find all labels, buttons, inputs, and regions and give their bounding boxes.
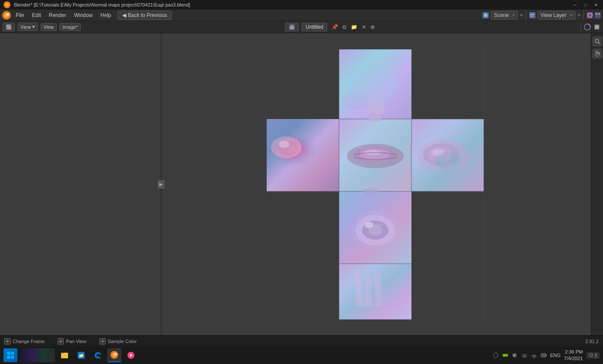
language-indicator[interactable]: ENG	[550, 353, 561, 358]
image-type-selector[interactable]	[285, 23, 299, 31]
image-unpin-button[interactable]: ⊕	[369, 23, 377, 31]
version-number: 2.91.2	[585, 339, 599, 344]
image-settings-icon[interactable]	[593, 24, 600, 31]
taskbar-app-explorer[interactable]: 📁	[74, 348, 88, 362]
blender-taskbar-icon	[110, 350, 119, 359]
view-layer-dropdown[interactable]: View Layer +	[538, 11, 576, 20]
svg-point-4	[7, 13, 9, 16]
taskbar-clock[interactable]: 2:36 PM 7/4/2021	[564, 349, 583, 362]
scene-section: Scene + ✕	[482, 11, 523, 20]
image-editor-icon	[6, 24, 12, 30]
notification-count: 3	[594, 353, 597, 358]
scene-new-icon: +	[512, 13, 515, 17]
menu-window[interactable]: Window	[70, 11, 96, 19]
separator2	[583, 11, 584, 20]
sample-color-label: Sample Color	[108, 339, 137, 344]
svg-rect-19	[290, 27, 294, 29]
right-panel	[591, 33, 603, 335]
svg-rect-86	[503, 354, 508, 357]
image-name: Untitled	[305, 24, 323, 30]
taskbar-app-file-manager[interactable]	[58, 348, 72, 362]
svg-rect-9	[530, 16, 533, 17]
notification-icon: 🗨	[589, 353, 593, 358]
blender-logo	[2, 10, 11, 20]
view-layer-close-icon[interactable]: ✕	[577, 13, 581, 17]
taskbar-app-paint[interactable]	[124, 348, 138, 362]
maximize-button[interactable]: □	[582, 1, 589, 8]
color-space-section	[584, 24, 591, 31]
svg-point-44	[435, 152, 461, 169]
sample-color-icon	[99, 338, 106, 344]
change-frame-icon	[4, 338, 10, 344]
svg-text:📁: 📁	[79, 353, 84, 358]
scene-dropdown[interactable]: Scene +	[491, 11, 518, 20]
svg-rect-14	[598, 13, 600, 15]
minimize-button[interactable]: ─	[572, 1, 579, 8]
close-button[interactable]: ✕	[593, 1, 600, 8]
menu-help[interactable]: Help	[97, 11, 115, 19]
clock-time: 2:36 PM	[564, 349, 583, 355]
pan-view-label: Pan View	[66, 339, 86, 344]
main-area: ▶	[0, 33, 603, 335]
svg-point-6	[484, 14, 487, 17]
svg-point-90	[534, 357, 534, 358]
hand-icon	[594, 51, 600, 57]
image-folder-button[interactable]: 📁	[349, 23, 359, 31]
svg-rect-79	[61, 353, 64, 354]
svg-rect-64	[365, 189, 373, 195]
menu-file[interactable]: File	[12, 11, 27, 19]
image-name-field[interactable]: Untitled	[302, 23, 327, 31]
svg-marker-87	[513, 353, 515, 358]
explorer-icon: 📁	[77, 351, 86, 360]
menu-edit[interactable]: Edit	[28, 11, 45, 19]
circle-dot-icon2	[58, 339, 63, 344]
sample-color-status: Sample Color	[99, 338, 137, 344]
paint-icon	[127, 351, 135, 360]
image-actions: 📌 ⧉ 📁 ✕ ⊕	[330, 23, 377, 31]
svg-point-28	[343, 93, 369, 110]
blender-icon	[3, 1, 10, 8]
scene-close-icon[interactable]: ✕	[520, 13, 523, 17]
scene-name: Scene	[494, 12, 509, 18]
panel-toggle-button[interactable]: ▶	[158, 180, 164, 189]
menu-render[interactable]: Render	[45, 11, 69, 19]
image-toolbar: View ▾ View Image* Untitled 📌 ⧉ 📁 ✕ ⊕	[0, 21, 603, 33]
image-viewer[interactable]	[161, 33, 603, 335]
scene-type-icon	[482, 12, 489, 19]
window-title: Blender* [E:\Tutorials E\My Projects\Nor…	[14, 2, 568, 7]
circle-dot-icon3	[100, 339, 105, 344]
svg-point-66	[595, 39, 599, 43]
battery-icon	[541, 352, 547, 358]
taskbar-app-edge[interactable]	[91, 348, 105, 362]
edge-icon	[93, 351, 102, 360]
taskbar-app-blender[interactable]	[107, 348, 121, 362]
nvidia-icon	[502, 352, 508, 358]
image-pin-button[interactable]: 📌	[330, 23, 340, 31]
svg-point-84	[114, 353, 117, 355]
view2-button[interactable]: View	[41, 23, 57, 31]
render-type-icon	[586, 12, 593, 19]
search-tool-button[interactable]	[593, 37, 602, 46]
speaker-icon	[512, 352, 518, 358]
view2-label: View	[44, 24, 54, 30]
pan-tool-button[interactable]	[593, 49, 602, 58]
circle-dot-icon	[5, 339, 10, 344]
svg-rect-17	[9, 27, 10, 29]
image-close-button[interactable]: ✕	[360, 23, 368, 31]
image-duplicate-button[interactable]: ⧉	[341, 23, 348, 31]
toolbar-separator	[581, 23, 581, 31]
svg-rect-76	[7, 356, 10, 359]
image-menu-button[interactable]: Image*	[59, 23, 81, 31]
back-icon: ◀	[122, 12, 126, 18]
view-layer-new-icon: +	[570, 13, 572, 17]
svg-rect-13	[596, 13, 597, 15]
editor-type-button[interactable]	[3, 23, 15, 31]
pan-view-status: Pan View	[58, 338, 86, 344]
view-label: View	[21, 24, 31, 30]
view-menu-button[interactable]: View ▾	[17, 23, 38, 31]
back-to-previous-button[interactable]: ◀ Back to Previous	[117, 10, 172, 20]
file-manager-icon	[60, 351, 69, 360]
notification-button[interactable]: 🗨 3	[586, 352, 600, 359]
start-button[interactable]	[3, 348, 17, 362]
back-label: Back to Previous	[128, 12, 167, 18]
